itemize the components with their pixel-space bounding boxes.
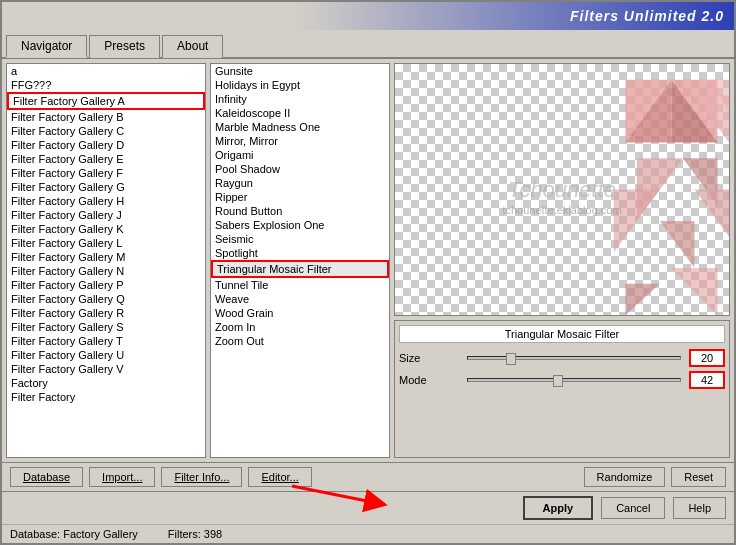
- main-window: Filters Unlimited 2.0 Navigator Presets …: [0, 0, 736, 545]
- mode-value[interactable]: 42: [689, 371, 725, 389]
- list-item[interactable]: Filter Factory Gallery V: [7, 362, 205, 376]
- list-item[interactable]: Filter Factory: [7, 390, 205, 404]
- list-item[interactable]: Spotlight: [211, 246, 389, 260]
- database-button[interactable]: Database: [10, 467, 83, 487]
- control-size-label: Size: [399, 352, 459, 364]
- list-item[interactable]: Filter Factory Gallery J: [7, 208, 205, 222]
- list-item[interactable]: Kaleidoscope II: [211, 106, 389, 120]
- list-item[interactable]: Infinity: [211, 92, 389, 106]
- list-item[interactable]: Filter Factory Gallery P: [7, 278, 205, 292]
- middle-panel[interactable]: Gunsite Holidays in Egypt Infinity Kalei…: [210, 63, 390, 458]
- size-slider-thumb[interactable]: [506, 353, 516, 365]
- cancel-button[interactable]: Cancel: [601, 497, 665, 519]
- tab-navigator[interactable]: Navigator: [6, 35, 87, 58]
- apply-area: Apply Cancel Help: [2, 491, 734, 524]
- control-empty-1: [399, 393, 725, 409]
- control-empty-2: [399, 413, 725, 429]
- red-arrow: [282, 476, 402, 514]
- list-item[interactable]: Filter Factory Gallery F: [7, 166, 205, 180]
- list-item[interactable]: Filter Factory Gallery E: [7, 152, 205, 166]
- import-button[interactable]: Import...: [89, 467, 155, 487]
- list-item[interactable]: Holidays in Egypt: [211, 78, 389, 92]
- control-size-row: Size 20: [399, 349, 725, 367]
- list-item[interactable]: Wood Grain: [211, 306, 389, 320]
- list-item[interactable]: Tunnel Tile: [211, 278, 389, 292]
- title-bar-text: Filters Unlimited 2.0: [570, 8, 724, 24]
- size-value[interactable]: 20: [689, 349, 725, 367]
- main-content: a FFG??? Filter Factory Gallery A Filter…: [2, 59, 734, 462]
- list-item[interactable]: Round Button: [211, 204, 389, 218]
- control-mode-label: Mode: [399, 374, 459, 386]
- svg-marker-8: [614, 190, 660, 253]
- control-empty-3: [399, 433, 725, 449]
- svg-line-14: [292, 486, 382, 504]
- list-item[interactable]: Filter Factory Gallery N: [7, 264, 205, 278]
- list-item[interactable]: Sabers Explosion One: [211, 218, 389, 232]
- list-item[interactable]: Filter Factory Gallery M: [7, 250, 205, 264]
- status-bar: Database: Factory Gallery Filters: 398: [2, 524, 734, 543]
- mode-slider[interactable]: [467, 378, 681, 382]
- list-item[interactable]: Filter Factory Gallery S: [7, 320, 205, 334]
- right-buttons: Randomize Reset: [584, 467, 726, 487]
- list-item[interactable]: Filter Factory Gallery C: [7, 124, 205, 138]
- list-item[interactable]: Zoom In: [211, 320, 389, 334]
- randomize-button[interactable]: Randomize: [584, 467, 666, 487]
- list-item[interactable]: a: [7, 64, 205, 78]
- svg-marker-11: [625, 284, 660, 315]
- list-item[interactable]: FFG???: [7, 78, 205, 92]
- reset-button[interactable]: Reset: [671, 467, 726, 487]
- tab-bar: Navigator Presets About: [2, 30, 734, 59]
- preview-shapes: [395, 64, 729, 315]
- size-slider[interactable]: [467, 356, 681, 360]
- title-bar: Filters Unlimited 2.0: [2, 2, 734, 30]
- list-item[interactable]: Filter Factory Gallery K: [7, 222, 205, 236]
- mode-slider-thumb[interactable]: [553, 375, 563, 387]
- status-database: Database: Factory Gallery: [10, 528, 138, 540]
- right-panel: Tchounette tchounette.eklablog.com Trian…: [394, 63, 730, 458]
- help-button[interactable]: Help: [673, 497, 726, 519]
- list-item[interactable]: Seismic: [211, 232, 389, 246]
- tab-about[interactable]: About: [162, 35, 223, 58]
- preview-area: Tchounette tchounette.eklablog.com: [394, 63, 730, 316]
- list-item[interactable]: Gunsite: [211, 64, 389, 78]
- list-item[interactable]: Factory: [7, 376, 205, 390]
- middle-panel-item-triangular[interactable]: Triangular Mosaic Filter: [211, 260, 389, 278]
- list-item[interactable]: Zoom Out: [211, 334, 389, 348]
- list-item[interactable]: Mirror, Mirror: [211, 134, 389, 148]
- apply-button[interactable]: Apply: [523, 496, 594, 520]
- left-panel-item-ffg-a[interactable]: Filter Factory Gallery A: [7, 92, 205, 110]
- svg-marker-9: [660, 221, 695, 268]
- filter-info-button[interactable]: Filter Info...: [161, 467, 242, 487]
- list-item[interactable]: Weave: [211, 292, 389, 306]
- filter-title: Triangular Mosaic Filter: [399, 325, 725, 343]
- list-item[interactable]: Origami: [211, 148, 389, 162]
- list-item[interactable]: Filter Factory Gallery L: [7, 236, 205, 250]
- svg-marker-12: [694, 190, 729, 237]
- list-item[interactable]: Filter Factory Gallery T: [7, 334, 205, 348]
- list-item[interactable]: Raygun: [211, 176, 389, 190]
- left-panel[interactable]: a FFG??? Filter Factory Gallery A Filter…: [6, 63, 206, 458]
- list-item[interactable]: Marble Madness One: [211, 120, 389, 134]
- list-item[interactable]: Filter Factory Gallery H: [7, 194, 205, 208]
- tab-presets[interactable]: Presets: [89, 35, 160, 58]
- list-item[interactable]: Pool Shadow: [211, 162, 389, 176]
- control-mode-row: Mode 42: [399, 371, 725, 389]
- list-item[interactable]: Filter Factory Gallery D: [7, 138, 205, 152]
- list-item[interactable]: Filter Factory Gallery B: [7, 110, 205, 124]
- svg-marker-10: [671, 268, 717, 315]
- list-item[interactable]: Filter Factory Gallery Q: [7, 292, 205, 306]
- list-item[interactable]: Filter Factory Gallery G: [7, 180, 205, 194]
- status-filters: Filters: 398: [168, 528, 222, 540]
- list-item[interactable]: Filter Factory Gallery R: [7, 306, 205, 320]
- list-item[interactable]: Filter Factory Gallery U: [7, 348, 205, 362]
- list-item[interactable]: Ripper: [211, 190, 389, 204]
- controls-area: Triangular Mosaic Filter Size 20 Mode 42: [394, 320, 730, 458]
